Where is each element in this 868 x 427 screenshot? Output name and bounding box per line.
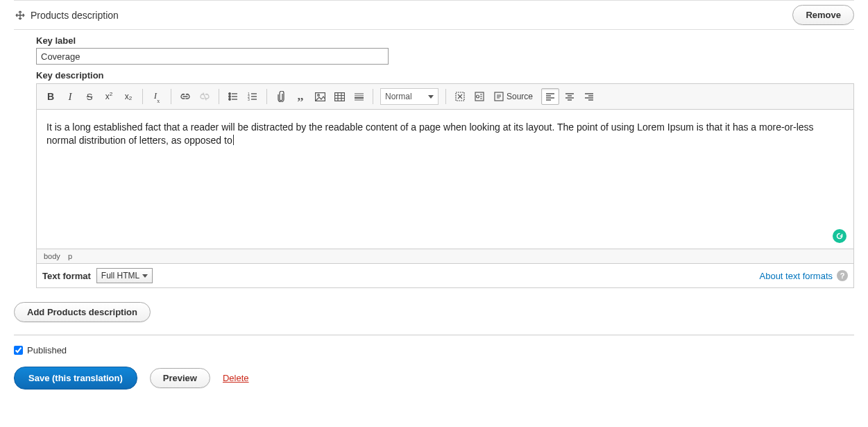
- superscript-icon[interactable]: x2: [100, 88, 118, 105]
- italic-icon[interactable]: I: [61, 88, 79, 105]
- editor-toolbar: B I S x2 x2 Ix 123: [37, 84, 853, 110]
- preview-button[interactable]: Preview: [150, 368, 210, 388]
- add-products-description-button[interactable]: Add Products description: [14, 302, 151, 322]
- about-text-formats-link[interactable]: About text formats: [760, 271, 833, 281]
- align-right-icon[interactable]: [580, 88, 598, 105]
- paragraph-style-select[interactable]: Normal: [380, 88, 439, 105]
- bullet-list-icon[interactable]: [224, 88, 242, 105]
- svg-point-0: [229, 93, 230, 94]
- rich-text-editor: B I S x2 x2 Ix 123: [36, 83, 854, 288]
- image-icon[interactable]: [311, 88, 329, 105]
- help-icon[interactable]: ?: [837, 270, 848, 281]
- path-p[interactable]: p: [68, 252, 72, 260]
- remove-format-icon[interactable]: Ix: [148, 88, 166, 105]
- svg-point-2: [229, 99, 230, 100]
- published-checkbox[interactable]: [14, 346, 23, 355]
- save-button[interactable]: Save (this translation): [14, 367, 137, 390]
- key-description-label: Key description: [36, 70, 854, 81]
- align-center-icon[interactable]: [561, 88, 579, 105]
- key-label-label: Key label: [36, 35, 854, 46]
- section-title: Products description: [31, 10, 119, 21]
- source-label: Source: [507, 92, 533, 101]
- svg-text:3: 3: [248, 97, 250, 101]
- svg-rect-8: [334, 92, 344, 101]
- numbered-list-icon[interactable]: 123: [244, 88, 262, 105]
- source-button[interactable]: Source: [491, 88, 539, 105]
- text-format-label: Text format: [42, 271, 91, 281]
- svg-point-7: [317, 94, 319, 96]
- bold-icon[interactable]: B: [42, 88, 60, 105]
- text-format-select[interactable]: Full HTML: [96, 268, 153, 283]
- grammarly-icon[interactable]: [833, 229, 846, 243]
- element-path: body p: [37, 249, 853, 263]
- svg-point-1: [229, 96, 230, 97]
- editor-body[interactable]: It is a long established fact that a rea…: [37, 110, 853, 249]
- path-body[interactable]: body: [44, 252, 60, 260]
- drag-handle-icon[interactable]: [14, 9, 26, 22]
- published-label[interactable]: Published: [27, 345, 67, 355]
- subscript-icon[interactable]: x2: [119, 88, 137, 105]
- show-blocks-icon[interactable]: [470, 88, 488, 105]
- svg-point-11: [477, 95, 479, 98]
- attachment-icon[interactable]: [272, 88, 290, 105]
- delete-link[interactable]: Delete: [223, 373, 249, 383]
- editor-text: It is a long established fact that a rea…: [46, 122, 814, 146]
- maximize-icon[interactable]: [451, 88, 469, 105]
- unlink-icon[interactable]: [196, 88, 214, 105]
- link-icon[interactable]: [176, 88, 194, 105]
- blockquote-icon[interactable]: ,,: [291, 88, 309, 105]
- horizontal-rule-icon[interactable]: [350, 88, 368, 105]
- strikethrough-icon[interactable]: S: [80, 88, 99, 105]
- remove-button[interactable]: Remove: [792, 5, 854, 25]
- align-left-icon[interactable]: [541, 88, 559, 105]
- table-icon[interactable]: [330, 88, 348, 105]
- key-label-input[interactable]: [36, 48, 389, 65]
